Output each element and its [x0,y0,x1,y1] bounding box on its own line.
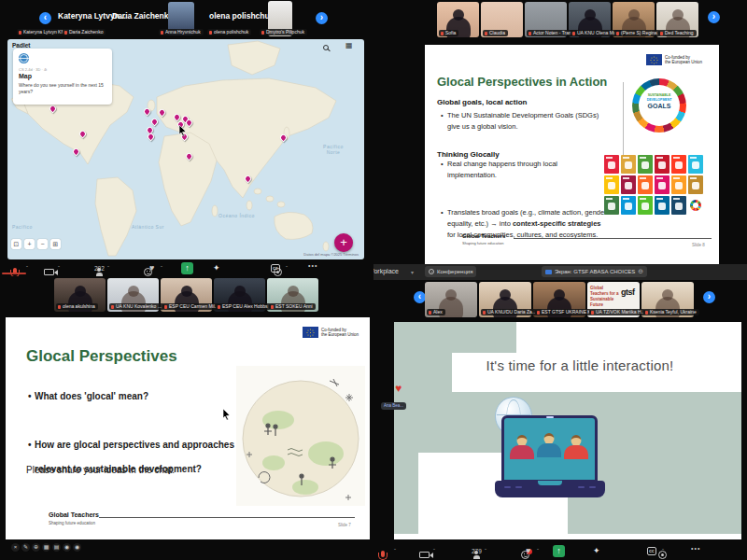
prev-participants-button[interactable]: ‹ [39,12,51,24]
muted-mic-icon [271,305,274,309]
more-options-icon[interactable]: ••• [308,262,317,269]
muted-mic-icon [529,32,531,35]
sdg-goal-tile [688,155,703,174]
padlet-question-card[interactable]: CS 2-4d · 3D · 4t Map Where do you see y… [13,49,112,105]
card-meta: CS 2-4d · 3D · 4t [19,67,47,72]
annot-slides-icon[interactable]: ▤ [52,543,61,552]
ai-sparkle-icon[interactable]: ✦ [593,546,600,555]
sdg-mini-wheel [690,200,701,211]
participant-label: Dmytro's Pilipchuk [260,29,307,35]
app-dropdown-icon[interactable]: ▾ [411,270,414,275]
slide-bullet: Real change happens through local implem… [441,159,609,181]
captions-caret-icon[interactable]: ˇ [286,265,288,271]
participant-label: olena polishchuk [207,29,251,35]
sdg-wheel-text: GOALS [632,103,686,109]
participant-label: UA KNU/DU Daria Za... [481,309,537,315]
captions-caret-icon[interactable]: ˇ [662,548,664,553]
camera-caret-icon[interactable]: ˇ [58,265,60,271]
participant-label: Anna Hryvnichuk [159,29,204,35]
laptop-camera-dot [546,416,554,418]
slide-glocal-perspectives: Co-funded bythe European Union Glocal Pe… [6,317,370,539]
map-zoom-out-button[interactable]: − [37,239,48,249]
heart-reaction-icon[interactable]: ♥ [526,546,530,555]
heart-caret-icon[interactable]: ˇ [537,548,539,553]
sdg-goal-tile [604,175,619,194]
footer-org-name: Global Teachers [49,511,99,518]
minimize-share-icon[interactable]: ⊖ [638,268,643,275]
camera-caret-icon[interactable]: ˇ [433,548,435,553]
participants-count: 279 [472,548,482,554]
camera-icon[interactable] [44,269,54,275]
slide-bullet: The UN Sustainable Development Goals (SD… [441,110,601,133]
sdg-wheel-logo: SUSTAINABLE DEVELOPMENT GOALS [632,78,686,133]
muted-mic-icon [537,311,540,315]
screen-share-pill[interactable]: Экран: GTSF ABASA CHOICES ⊖ [542,266,647,277]
muted-mic-icon [218,305,220,309]
captions-icon[interactable]: cc [271,264,280,273]
participant-label: UA TZ/VOK Mariika H... [589,309,645,315]
map-fullscreen-button[interactable]: ⊞ [50,239,61,249]
participant-label: ESP CEU Carmen Mil... [162,303,218,310]
participant-label: ESP CEU Alex Hobbs [216,303,271,310]
sdg-goal-tile [655,196,669,215]
muted-mic-icon [111,305,114,309]
padlet-window: Padlet ▦ CS 2-4d · 3D · 4t Map Where do … [7,39,364,259]
participants-caret-icon[interactable]: ˇ [107,265,109,271]
participants-caret-icon[interactable]: ˇ [485,548,486,553]
annotation-toolbar: × ✎ ⊕ ▦ ▤ ◉ ◉ [11,543,81,552]
sdg-goal-tile [655,155,669,174]
padlet-brand: Padlet [12,42,31,49]
sdg-goal-tile [638,175,653,194]
annot-more-icon[interactable]: ◉ [73,543,81,552]
ocean-label: Pacífico [12,224,33,230]
annot-zoom-icon[interactable]: ⊕ [32,543,40,552]
sdg-wheel-text: SUSTAINABLE [632,93,686,97]
heart-caret-icon[interactable]: ˇ [161,265,162,271]
participant-label: Daria Zaichenko [63,29,106,35]
share-screen-button[interactable]: ↑ [553,545,565,557]
grid-view-icon[interactable]: ▦ [345,41,353,49]
eu-flag-icon [646,54,662,65]
search-icon[interactable] [323,45,329,50]
card-title: Map [19,73,32,79]
annot-pen-icon[interactable]: ✎ [21,543,30,552]
participants-count: 292 [94,265,105,272]
share-screen-button[interactable]: ↑ [181,262,193,274]
divider [623,82,624,159]
sdg-logo-tile [688,196,703,215]
muted-mic-icon [429,311,431,315]
conference-pill[interactable]: Конференция [425,266,476,277]
mute-mic-icon[interactable] [381,551,385,557]
map-select-button[interactable]: ⊡ [11,239,21,249]
participant-label: Sofia [439,30,458,36]
eu-logo: Co-funded bythe European Union [303,327,359,338]
footer-rule [99,517,355,518]
next-participants-button[interactable]: › [703,291,715,303]
participant-label: EST GTSF UKRAINE KN... [535,309,591,315]
heart-reaction-icon[interactable]: ♥ [149,263,154,273]
add-post-button[interactable]: + [334,233,353,252]
next-participants-button[interactable]: › [316,12,328,24]
next-participants-button[interactable]: › [708,11,720,23]
muted-mic-icon [572,32,575,35]
more-options-icon[interactable]: ••• [691,545,700,552]
eu-logo: Co-funded bythe European Union [646,54,702,65]
zoom-toolbar: ˇ ˇ 279 ˇ ♥ ˇ ↑ ✦ cc ˇ ••• [374,544,747,559]
annot-grid-icon[interactable]: ▦ [42,543,50,552]
captions-icon[interactable]: cc [647,547,656,555]
mic-caret-icon[interactable]: ˇ [394,548,396,553]
participant-label: UA KNU Kovalenko ... [109,303,164,310]
slide-interaction: It's time for a little interaction! [394,322,741,539]
footer-tagline: Shaping future education [49,521,95,525]
ocean-label: Océano Índico [218,213,255,218]
sdg-wheel-text: DEVELOPMENT [632,98,686,102]
ocean-label: Pacífico Norte [317,144,349,155]
map-zoom-in-button[interactable]: + [24,239,35,249]
annot-close-icon[interactable]: × [11,543,20,552]
annot-record-icon[interactable]: ◉ [63,543,71,552]
ai-sparkle-icon[interactable]: ✦ [213,263,220,273]
sdg-goal-tile [604,155,619,174]
mic-caret-icon[interactable]: ˇ [26,265,28,271]
muted-mic-icon [58,305,61,309]
camera-icon[interactable] [419,552,430,558]
